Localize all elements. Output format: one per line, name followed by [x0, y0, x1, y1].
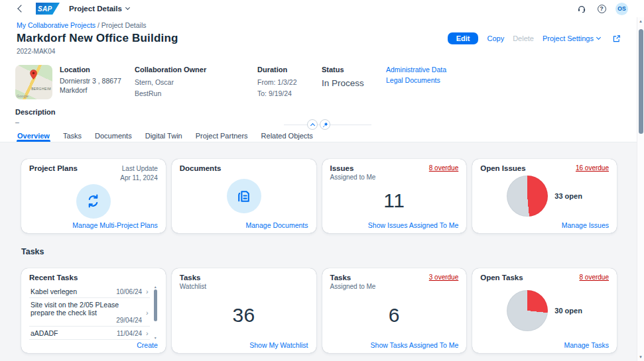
page-subtitle: 2022-MAK04 — [17, 48, 623, 55]
tasks-section-title: Tasks — [21, 247, 617, 258]
chevron-right-icon: › — [146, 309, 149, 317]
issues-overdue-link[interactable]: 8 overdue — [429, 164, 458, 172]
task-list-item[interactable]: Kabel verlegen 10/06/24 › — [29, 285, 150, 298]
project-settings-label: Project Settings — [543, 34, 594, 42]
manage-multi-project-plans-link[interactable]: Manage Multi-Project Plans — [72, 221, 157, 229]
copy-button[interactable]: Copy — [487, 34, 504, 42]
sap-logo[interactable]: SAP — [36, 3, 60, 15]
description-label: Description — [15, 108, 637, 116]
card-title: Tasks — [330, 274, 376, 282]
manage-tasks-link[interactable]: Manage Tasks — [564, 341, 609, 349]
manage-issues-link[interactable]: Manage Issues — [562, 221, 609, 229]
chevron-right-icon: › — [146, 287, 149, 295]
breadcrumb-link-parent[interactable]: My Collaborative Projects — [17, 21, 96, 29]
open-issues-pie-chart — [507, 176, 548, 217]
watchlist-count: 36 — [232, 304, 255, 327]
recent-tasks-list: Kabel verlegen 10/06/24 › Site visit on … — [29, 285, 158, 340]
help-icon[interactable]: ? — [594, 1, 609, 16]
tab-bar: Overview Tasks Documents Digital Twin Pr… — [0, 130, 637, 142]
user-avatar[interactable]: OS — [615, 3, 628, 15]
status-value: In Process — [322, 77, 386, 89]
scroll-down-icon[interactable]: ▼ — [153, 336, 158, 340]
owner-label: Collaboration Owner — [135, 65, 257, 75]
owner-company: BestRun — [135, 89, 257, 98]
list-scrollbar-thumb[interactable] — [154, 289, 157, 321]
tab-overview[interactable]: Overview — [17, 130, 50, 142]
card-title: Project Plans — [29, 164, 78, 172]
share-icon[interactable] — [609, 31, 623, 46]
page-scrollbar-thumb[interactable] — [639, 29, 643, 134]
legal-documents-link[interactable]: Legal Documents — [386, 76, 446, 84]
task-list-item[interactable]: aADADF 11/04/24 › — [29, 327, 150, 340]
scroll-down-icon[interactable]: ▼ — [637, 355, 644, 359]
card-issues-assigned: Issues Assigned to Me 8 overdue 11 Show … — [322, 159, 467, 233]
list-scrollbar[interactable]: ▲ ▼ — [153, 285, 158, 340]
task-date: 10/06/24 — [116, 288, 142, 295]
shell-bar: SAP Project Details ? OS — [0, 0, 644, 17]
map-watermark: Google — [17, 94, 29, 98]
edit-button[interactable]: Edit — [448, 32, 479, 44]
card-title: Recent Tasks — [29, 274, 78, 282]
tasks-overdue-link[interactable]: 3 overdue — [429, 274, 458, 281]
create-task-link[interactable]: Create — [137, 341, 158, 349]
duration-label: Duration — [257, 65, 322, 75]
owner-name: Stern, Oscar — [135, 77, 257, 87]
delete-button[interactable]: Delete — [513, 34, 534, 42]
collapse-header-button[interactable] — [307, 119, 318, 130]
app-title-menu[interactable]: Project Details — [69, 5, 129, 13]
task-list-item[interactable]: Site visit on the 2/05 PLease prepare th… — [29, 298, 150, 327]
project-settings-menu[interactable]: Project Settings — [543, 34, 600, 42]
open-tasks-pie-chart — [507, 290, 548, 331]
card-open-issues: Open Issues 16 overdue 33 open Manage Is… — [472, 159, 617, 233]
tasks-card-row: Recent Tasks Kabel verlegen 10/06/24 › S… — [21, 268, 617, 342]
back-icon[interactable] — [17, 5, 25, 12]
task-name: Kabel verlegen — [31, 287, 77, 295]
administrative-data-link[interactable]: Administrative Data — [386, 66, 446, 74]
last-update-value: Apr 11, 2024 — [120, 174, 158, 183]
pin-icon — [322, 122, 328, 128]
tab-related-objects[interactable]: Related Objects — [261, 130, 314, 142]
scroll-up-icon[interactable]: ▲ — [153, 285, 158, 289]
issues-count: 11 — [383, 189, 405, 212]
last-update-label: Last Update — [120, 164, 158, 174]
page-scrollbar[interactable]: ▲ ▼ — [637, 17, 644, 361]
location-label: Location — [60, 65, 135, 75]
show-issues-assigned-link[interactable]: Show Issues Assigned To Me — [368, 221, 458, 229]
tab-tasks[interactable]: Tasks — [62, 130, 82, 142]
manage-documents-link[interactable]: Manage Documents — [246, 221, 308, 229]
overview-card-row: Project Plans Last Update Apr 11, 2024 M… — [21, 159, 617, 233]
tab-digital-twin[interactable]: Digital Twin — [145, 130, 183, 142]
tab-documents[interactable]: Documents — [94, 130, 133, 142]
breadcrumb-separator: / — [97, 21, 99, 29]
tasks-assigned-count: 6 — [389, 304, 400, 327]
card-title: Open Issues — [480, 164, 525, 172]
pin-header-button[interactable] — [320, 119, 330, 130]
chevron-down-icon — [596, 35, 601, 40]
card-title: Documents — [180, 164, 222, 172]
card-recent-tasks: Recent Tasks Kabel verlegen 10/06/24 › S… — [21, 268, 166, 353]
show-my-watchlist-link[interactable]: Show My Watchlist — [249, 341, 308, 349]
support-headset-icon[interactable] — [574, 1, 589, 16]
task-date: 11/04/24 — [117, 330, 142, 337]
card-tasks-watchlist: Tasks Watchlist 36 Show My Watchlist — [172, 268, 316, 353]
show-tasks-assigned-link[interactable]: Show Tasks Assigned To Me — [371, 341, 459, 349]
overview-content: Project Plans Last Update Apr 11, 2024 M… — [0, 142, 637, 361]
card-tasks-assigned: Tasks Assigned to Me 3 overdue 6 Show Ta… — [322, 268, 467, 353]
map-pin-icon — [28, 69, 39, 81]
chevron-right-icon: › — [146, 329, 149, 337]
location-map-thumbnail[interactable]: BERGHEIM Google — [15, 65, 52, 99]
open-tasks-overdue-link[interactable]: 8 overdue — [580, 274, 609, 281]
task-name: aADADF — [31, 329, 58, 337]
help-glyph: ? — [600, 5, 604, 12]
open-issues-overdue-link[interactable]: 16 overdue — [576, 164, 609, 172]
location-value: Dornierstr 3 , 88677 Markdorf — [60, 76, 135, 95]
task-name: Site visit on the 2/05 PLease prepare th… — [31, 301, 142, 317]
tab-project-partners[interactable]: Project Partners — [195, 130, 249, 142]
breadcrumb: My Collaborative Projects / Project Deta… — [17, 21, 623, 29]
chevron-down-icon — [125, 5, 130, 10]
scroll-up-icon[interactable]: ▲ — [637, 19, 644, 23]
card-documents: Documents Manage Documents — [172, 159, 316, 233]
card-open-tasks: Open Tasks 8 overdue 30 open Manage Task… — [472, 268, 617, 353]
object-page-header: My Collaborative Projects / Project Deta… — [0, 17, 637, 130]
card-subtitle: Assigned to Me — [330, 174, 376, 181]
